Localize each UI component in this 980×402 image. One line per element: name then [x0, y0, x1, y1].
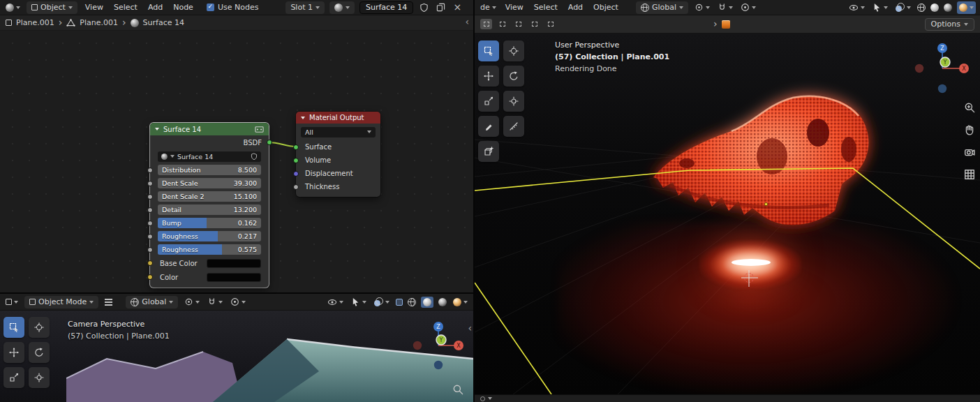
measure-tool[interactable] — [503, 116, 524, 137]
roughness-slider[interactable]: Roughness 0.217 — [158, 231, 261, 241]
bump-slider[interactable]: Bump 0.162 — [158, 218, 261, 228]
grid-ortho-icon[interactable] — [964, 169, 975, 180]
panel-collapse-arrow[interactable] — [468, 323, 472, 334]
menu-add[interactable]: Add — [565, 3, 586, 12]
active-tool-cube-icon[interactable] — [722, 20, 730, 29]
gizmos-dropdown[interactable] — [871, 1, 889, 14]
roughness-2-slider[interactable]: Roughness 0.575 — [158, 244, 261, 255]
snap-dropdown[interactable] — [716, 1, 734, 14]
shading-rendered-dropdown[interactable] — [957, 1, 976, 14]
timeline-editor-icon[interactable] — [480, 396, 485, 401]
dent-scale-2-slider[interactable]: Dent Scale 2 15.100 — [158, 191, 261, 202]
use-nodes-checkbox[interactable]: Use Nodes — [207, 3, 259, 12]
axis-x-negative[interactable] — [413, 341, 422, 350]
chevron-right-icon[interactable] — [713, 19, 718, 29]
panel-collapse-arrow[interactable] — [465, 17, 469, 27]
move-tool[interactable] — [478, 66, 499, 87]
mode-dropdown-truncated[interactable]: de — [479, 1, 498, 14]
select-mode-extend[interactable] — [496, 19, 508, 29]
new-material-button[interactable] — [435, 1, 447, 14]
shading-solid-icon[interactable] — [930, 3, 939, 12]
shader-type-dropdown[interactable]: Object — [27, 1, 77, 14]
gizmos-dropdown[interactable] — [350, 296, 368, 308]
mode-dropdown[interactable]: Object Mode — [24, 296, 98, 308]
3d-cursor[interactable] — [744, 273, 754, 283]
select-mode-set[interactable] — [480, 19, 492, 29]
rotate-tool[interactable] — [29, 342, 50, 363]
input-socket[interactable] — [147, 168, 153, 173]
shading-wireframe-icon[interactable] — [408, 298, 416, 306]
material-slot-dropdown[interactable]: Slot 1 — [285, 1, 325, 14]
menu-view[interactable]: View — [503, 3, 526, 12]
select-box-tool[interactable] — [478, 40, 499, 61]
select-mode-subtract[interactable] — [512, 19, 524, 29]
shading-material-icon[interactable] — [438, 298, 447, 306]
material-name-field[interactable]: Surface 14 — [359, 1, 413, 14]
input-socket[interactable] — [147, 194, 153, 200]
input-socket[interactable] — [147, 207, 153, 213]
zoom-button[interactable] — [452, 384, 463, 395]
fake-user-button[interactable] — [418, 1, 430, 14]
node-material-field[interactable]: Surface 14 — [158, 151, 261, 162]
visibility-dropdown[interactable] — [847, 1, 866, 14]
zoom-icon[interactable] — [964, 102, 975, 113]
collapse-caret-icon[interactable] — [301, 117, 305, 119]
pivot-point-dropdown[interactable] — [183, 296, 201, 308]
axis-z-negative[interactable] — [938, 84, 946, 93]
cursor-tool[interactable] — [29, 317, 50, 338]
options-button[interactable]: Options — [925, 18, 974, 31]
surface-input-socket[interactable] — [293, 144, 299, 150]
thickness-input-socket[interactable] — [293, 184, 299, 190]
axis-z-negative[interactable] — [434, 361, 443, 369]
add-cube-tool[interactable] — [478, 141, 499, 162]
editor-type-dropdown[interactable] — [4, 296, 20, 308]
scale-tool[interactable] — [478, 91, 499, 112]
axis-x-negative[interactable] — [915, 64, 923, 73]
menu-node[interactable]: Node — [170, 3, 196, 12]
input-socket[interactable] — [147, 234, 153, 239]
base-color-swatch[interactable] — [207, 259, 261, 268]
transform-tool[interactable] — [503, 91, 524, 112]
editor-type-dropdown[interactable] — [4, 1, 22, 14]
overlays-dropdown[interactable] — [894, 1, 912, 14]
cursor-tool[interactable] — [503, 40, 524, 61]
scale-tool[interactable] — [3, 367, 24, 388]
input-socket[interactable] — [147, 221, 153, 226]
shading-wireframe-icon[interactable] — [917, 3, 926, 12]
volume-input-socket[interactable] — [293, 158, 299, 163]
output-target-dropdown[interactable]: All — [301, 127, 376, 137]
detail-slider[interactable]: Detail 13.200 — [158, 204, 261, 215]
move-tool[interactable] — [3, 342, 24, 363]
material-output-node[interactable]: Material Output All Surface Volume — [296, 112, 380, 197]
visibility-dropdown[interactable] — [326, 296, 345, 308]
distribution-slider[interactable]: Distribution 8.500 — [158, 165, 261, 175]
dropdown-caret-icon[interactable] — [488, 397, 492, 400]
menu-view[interactable]: View — [82, 3, 106, 12]
material-browse-dropdown[interactable] — [329, 1, 355, 14]
surface-node-header[interactable]: Surface 14 — [150, 123, 269, 135]
displacement-input-socket[interactable] — [293, 171, 299, 177]
unlink-material-button[interactable] — [452, 1, 463, 14]
node-editor-canvas[interactable]: Surface 14 BSDF Surface 14 — [0, 31, 473, 292]
bsdf-output-socket[interactable] — [267, 140, 272, 145]
hamburger-menu-icon[interactable] — [105, 302, 112, 303]
snap-dropdown[interactable] — [206, 296, 224, 308]
breadcrumb-material[interactable]: Surface 14 — [143, 18, 184, 27]
annotate-tool[interactable] — [478, 116, 499, 137]
input-socket[interactable] — [147, 181, 153, 186]
panel-divider-vertical[interactable] — [473, 0, 475, 402]
color-swatch[interactable] — [207, 273, 261, 282]
select-mode-invert[interactable] — [528, 19, 540, 29]
transform-orientation-dropdown[interactable]: Global — [636, 1, 688, 14]
breadcrumb-object[interactable]: Plane.001 — [16, 18, 54, 27]
shading-material-icon[interactable] — [944, 3, 952, 12]
camera-viewport-canvas[interactable]: Camera Perspective (57) Collection | Pla… — [0, 311, 473, 402]
surface-node[interactable]: Surface 14 BSDF Surface 14 — [150, 123, 269, 288]
material-output-header[interactable]: Material Output — [296, 112, 380, 124]
object-origin-dot[interactable] — [764, 202, 768, 206]
collapse-caret-icon[interactable] — [155, 128, 159, 131]
transform-orientation-dropdown[interactable]: Global — [126, 296, 178, 308]
pan-hand-icon[interactable] — [964, 124, 975, 135]
menu-select[interactable]: Select — [531, 3, 560, 12]
select-mode-intersect[interactable] — [544, 19, 556, 29]
